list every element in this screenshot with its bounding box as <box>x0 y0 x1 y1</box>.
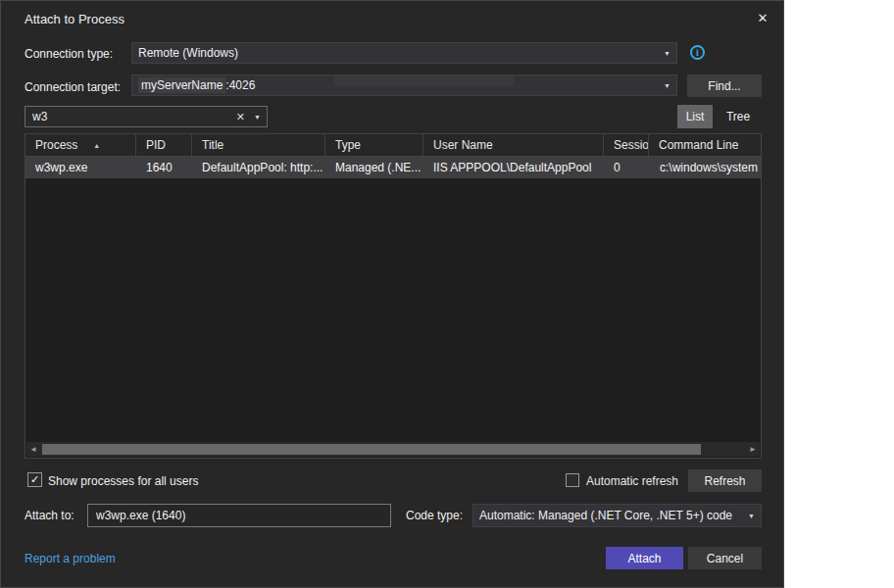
code-type-label: Code type: <box>406 509 463 522</box>
refresh-button[interactable]: Refresh <box>688 469 762 492</box>
connection-target-label: Connection target: <box>25 80 121 94</box>
info-icon[interactable]: i <box>690 45 705 60</box>
cell-process: w3wp.exe <box>25 161 136 174</box>
dialog-title: Attach to Process <box>25 12 124 26</box>
cell-username: IIS APPPOOL\DefaultAppPool <box>423 161 604 174</box>
attach-to-label: Attach to: <box>25 509 74 522</box>
code-type-value: Automatic: Managed (.NET Core, .NET 5+) … <box>479 509 732 522</box>
chevron-down-icon: ▼ <box>664 82 670 89</box>
code-type-dropdown[interactable]: Automatic: Managed (.NET Core, .NET 5+) … <box>472 504 762 527</box>
attach-to-field[interactable] <box>88 508 372 523</box>
close-icon[interactable]: ✕ <box>752 9 773 28</box>
process-filter-box: ✕ ▼ <box>25 106 268 127</box>
table-row-selected[interactable]: w3wp.exe 1640 DefaultAppPool: http:... M… <box>25 157 761 178</box>
connection-type-value: Remote (Windows) <box>138 46 238 60</box>
column-header-process[interactable]: Process ▲ <box>25 134 136 156</box>
attach-button[interactable]: Attach <box>606 547 683 569</box>
cell-commandline: c:\windows\system <box>649 161 761 174</box>
horizontal-scrollbar[interactable]: ◄ ► <box>26 442 760 457</box>
check-icon: ✓ <box>30 474 39 485</box>
chevron-down-icon[interactable]: ▼ <box>254 114 261 121</box>
view-list-button[interactable]: List <box>677 105 713 128</box>
process-table-header: Process ▲ PID Title Type User Name Sessi… <box>25 134 761 157</box>
cell-type: Managed (.NE... <box>325 161 423 174</box>
show-all-users-label: Show processes for all users <box>48 474 198 488</box>
show-all-users-checkbox[interactable]: ✓ <box>27 472 42 487</box>
automatic-refresh-checkbox[interactable] <box>566 473 579 487</box>
column-header-pid[interactable]: PID <box>136 134 192 156</box>
process-filter-input[interactable] <box>25 110 222 123</box>
cell-pid: 1640 <box>136 161 192 174</box>
find-button[interactable]: Find... <box>687 74 762 97</box>
view-tree-button[interactable]: Tree <box>719 105 758 128</box>
column-header-title[interactable]: Title <box>192 134 325 156</box>
connection-target-port: :4026 <box>225 78 255 92</box>
column-header-username[interactable]: User Name <box>423 134 604 156</box>
chevron-down-icon: ▼ <box>664 50 670 57</box>
connection-type-label: Connection type: <box>25 47 113 61</box>
target-ghost-highlight <box>333 75 515 86</box>
attach-to-process-dialog: Attach to Process ✕ Connection type: Rem… <box>0 0 784 588</box>
process-table: Process ▲ PID Title Type User Name Sessi… <box>25 133 762 459</box>
connection-target-dropdown[interactable]: myServerName :4026 ▼ <box>131 74 677 96</box>
column-header-session[interactable]: Session <box>604 134 649 156</box>
connection-target-host: myServerName <box>138 77 225 93</box>
sort-ascending-icon: ▲ <box>93 142 100 149</box>
attach-to-field-box <box>87 504 391 527</box>
automatic-refresh-label: Automatic refresh <box>586 474 678 488</box>
clear-filter-icon[interactable]: ✕ <box>236 112 245 122</box>
scrollbar-thumb[interactable] <box>42 444 701 455</box>
scroll-left-icon[interactable]: ◄ <box>26 442 40 457</box>
scroll-right-icon[interactable]: ► <box>746 442 760 457</box>
report-a-problem-link[interactable]: Report a problem <box>25 552 116 565</box>
column-header-type[interactable]: Type <box>325 134 423 156</box>
chevron-down-icon: ▼ <box>748 513 755 519</box>
cell-title: DefaultAppPool: http:... <box>192 161 325 174</box>
cell-session: 0 <box>604 161 649 174</box>
column-header-commandline[interactable]: Command Line <box>649 134 761 156</box>
connection-type-dropdown[interactable]: Remote (Windows) ▼ <box>131 42 677 64</box>
cancel-button[interactable]: Cancel <box>688 547 762 569</box>
